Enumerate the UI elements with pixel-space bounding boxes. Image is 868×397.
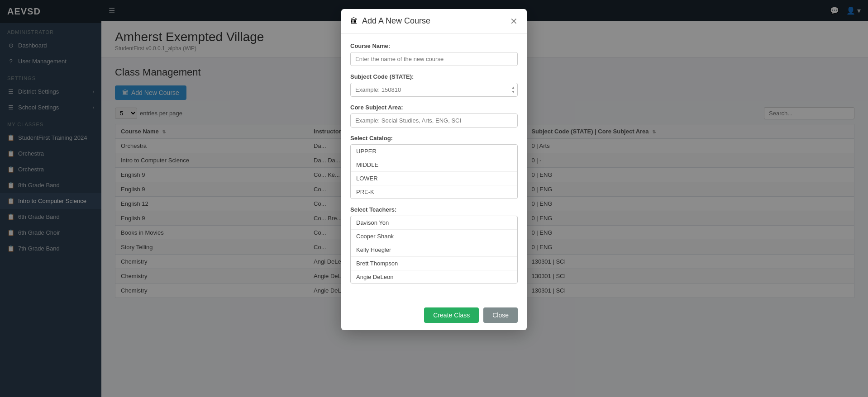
add-course-modal: 🏛 Add A New Course ✕ Course Name: Subjec… — [341, 9, 527, 330]
teachers-list: Davison YonCooper ShankKelly HoeglerBret… — [350, 216, 518, 284]
subject-code-label: Subject Code (STATE): — [350, 73, 518, 80]
catalog-option[interactable]: PRE-K — [351, 185, 517, 198]
course-name-input[interactable] — [350, 52, 518, 66]
spinner-down-button[interactable]: ▼ — [510, 90, 516, 95]
modal-footer: Create Class Close — [341, 300, 527, 330]
close-modal-button[interactable]: Close — [483, 307, 518, 323]
core-subject-input[interactable] — [350, 113, 518, 128]
course-name-label: Course Name: — [350, 43, 518, 49]
subject-code-input[interactable] — [350, 83, 518, 97]
course-name-group: Course Name: — [350, 43, 518, 66]
subject-code-group: Subject Code (STATE): ▲ ▼ — [350, 73, 518, 97]
select-catalog-group: Select Catalog: UPPERMIDDLELOWERPRE-K — [350, 135, 518, 199]
teacher-option[interactable]: Brett Thompson — [351, 257, 517, 270]
modal-building-icon: 🏛 — [350, 17, 358, 25]
core-subject-group: Core Subject Area: — [350, 104, 518, 128]
catalog-option[interactable]: LOWER — [351, 172, 517, 185]
modal-body: Course Name: Subject Code (STATE): ▲ ▼ C… — [341, 33, 527, 300]
teacher-option[interactable]: Kelly Hoegler — [351, 243, 517, 257]
select-catalog-label: Select Catalog: — [350, 135, 518, 142]
select-teachers-label: Select Teachers: — [350, 206, 518, 213]
subject-code-input-wrap: ▲ ▼ — [350, 83, 518, 97]
create-class-button[interactable]: Create Class — [424, 307, 479, 323]
teacher-option[interactable]: Angie DeLeon — [351, 270, 517, 284]
teacher-option[interactable]: Cooper Shank — [351, 230, 517, 243]
spinner-up-button[interactable]: ▲ — [510, 85, 516, 90]
modal-title: Add A New Course — [362, 16, 506, 26]
modal-header: 🏛 Add A New Course ✕ — [341, 9, 527, 33]
catalog-option[interactable]: UPPER — [351, 145, 517, 158]
modal-close-x-button[interactable]: ✕ — [510, 17, 518, 26]
number-spinners: ▲ ▼ — [510, 85, 516, 94]
teacher-option[interactable]: Davison Yon — [351, 216, 517, 230]
select-teachers-group: Select Teachers: Davison YonCooper Shank… — [350, 206, 518, 284]
catalog-list: UPPERMIDDLELOWERPRE-K — [350, 144, 518, 199]
modal-overlay: 🏛 Add A New Course ✕ Course Name: Subjec… — [0, 0, 868, 397]
catalog-option[interactable]: MIDDLE — [351, 158, 517, 172]
core-subject-label: Core Subject Area: — [350, 104, 518, 111]
